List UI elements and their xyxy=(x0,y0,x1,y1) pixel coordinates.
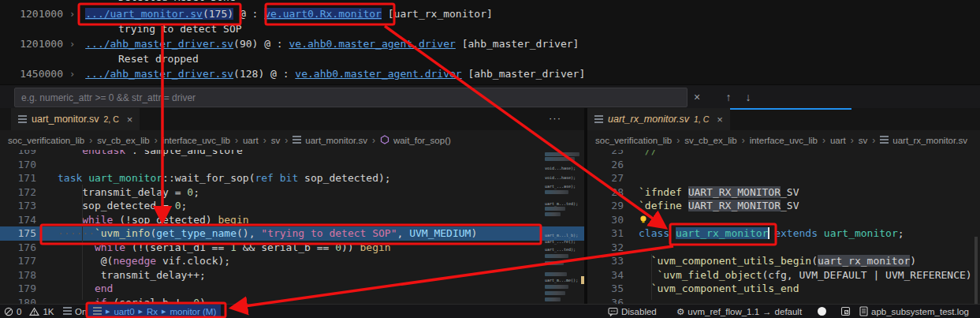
filter-input[interactable] xyxy=(14,88,687,107)
code-line[interactable]: 178transmit_delay++; xyxy=(0,268,584,282)
tab-uart-rx-monitor[interactable]: uart_rx_monitor.sv 1, C × xyxy=(587,108,730,130)
symbol-method-icon xyxy=(380,135,389,144)
source-file-link[interactable]: .../ahb_master_driver.sv xyxy=(85,38,233,50)
filter-status[interactable]: On xyxy=(63,305,87,318)
code-token: ::wait_for_sop( xyxy=(162,172,255,184)
minimap[interactable]: void...hase);void...hase);uart_...ase);u… xyxy=(544,150,581,304)
code-line[interactable]: 25// xyxy=(587,150,980,158)
code-line[interactable]: 34`uvm_field_object(cfg, UVM_DEFAULT | U… xyxy=(587,268,980,282)
breadcrumb: soc_verification_lib›sv_cb_ex_lib›interf… xyxy=(587,130,980,150)
code-line[interactable]: 30 xyxy=(587,213,980,227)
chevron-right-icon[interactable]: › xyxy=(69,69,75,80)
logfile-status[interactable]: apb_subsystem_test.log xyxy=(859,305,969,318)
code-line[interactable]: 179end xyxy=(0,282,584,296)
code-line[interactable]: 36 xyxy=(587,296,980,305)
code-line[interactable]: 27 xyxy=(587,171,980,185)
breadcrumb-item[interactable]: interface_uvc_lib xyxy=(162,136,230,145)
line-number: 29 xyxy=(587,199,624,213)
breadcrumb-item[interactable]: sv xyxy=(859,136,868,145)
record-status[interactable] xyxy=(818,305,826,318)
log-component-type: [ahb_master_driver] xyxy=(462,68,586,80)
breadcrumb-item[interactable]: interface_uvc_lib xyxy=(750,136,818,145)
breadcrumb-file[interactable]: uart_rx_monitor.sv xyxy=(880,136,967,145)
code-text xyxy=(624,158,639,172)
tab-uart-monitor[interactable]: uart_monitor.sv 2, C × xyxy=(11,108,140,130)
more-actions-icon[interactable]: ··· xyxy=(549,112,561,124)
comments-status[interactable]: Disabled xyxy=(608,305,657,318)
hierarchy-path-link[interactable]: ve.ahb0.master_agent.driver xyxy=(295,68,461,80)
breadcrumb-item[interactable]: soc_verification_lib xyxy=(595,136,672,145)
code-line[interactable]: 175······`uvm_info(get_type_name(), "try… xyxy=(0,226,584,241)
log-panel: Detected Reset Done 1201000›.../uart_mon… xyxy=(0,0,980,84)
code-line[interactable]: 33`uvm_component_utils_begin(uart_rx_mon… xyxy=(587,254,980,268)
source-file-link[interactable]: .../uart_monitor.sv xyxy=(85,8,203,20)
code-token: uart_rx_monitor xyxy=(818,255,910,267)
breadcrumb-separator: › xyxy=(851,135,854,146)
line-number: 27 xyxy=(587,171,624,185)
minimap-line: uart_m...l_b); xyxy=(545,233,578,238)
file-badge-status[interactable] xyxy=(840,305,851,318)
chevron-right-icon[interactable]: › xyxy=(69,39,75,50)
breadcrumb-separator: › xyxy=(822,135,825,146)
code-line[interactable]: 170 xyxy=(0,158,584,172)
scope-status[interactable]: ▶uart0▶Rx▶monitor (M) xyxy=(88,305,221,318)
code-token: end xyxy=(95,282,113,294)
code-line[interactable]: 177@(negedge vif.clock); xyxy=(0,254,584,268)
code-line[interactable]: 171task uart_monitor::wait_for_sop(ref b… xyxy=(0,171,584,185)
code-line[interactable]: 26 xyxy=(587,158,980,172)
code-token: // xyxy=(645,150,658,156)
code-line[interactable]: 32 xyxy=(587,241,980,255)
close-icon[interactable]: × xyxy=(127,114,133,125)
breadcrumb-item[interactable]: sv_cb_ex_lib xyxy=(684,136,736,145)
minimap-line xyxy=(545,291,565,295)
hierarchy-path-link[interactable]: ve.uart0.Rx.monitor xyxy=(264,8,382,20)
warning-count: 1K xyxy=(43,307,54,316)
code-text: class uart_rx_monitor extends uart_monit… xyxy=(624,226,904,241)
log-row: 1450000›.../ahb_master_driver.sv(128) @ … xyxy=(0,66,980,81)
filter-icon xyxy=(63,307,72,316)
code-line[interactable]: 29`define UART_RX_MONITOR_SV xyxy=(587,199,980,213)
close-icon[interactable]: × xyxy=(717,114,723,125)
code-line[interactable]: 28`ifndef UART_RX_MONITOR_SV xyxy=(587,185,980,200)
breadcrumb-item[interactable]: sv xyxy=(271,136,281,145)
breadcrumb-symbol[interactable]: wait_for_sop() xyxy=(380,135,451,145)
lightbulb-icon[interactable] xyxy=(639,215,648,225)
code-line[interactable]: 180if (serial_b != 0) xyxy=(0,296,584,305)
problems-status[interactable]: 0 1K xyxy=(4,305,54,318)
line-number: 178 xyxy=(0,268,36,282)
code-line[interactable]: 176while (!(serial_d1 == 1 && serial_b =… xyxy=(0,241,584,255)
breadcrumb-item[interactable]: uart xyxy=(830,136,846,145)
arrow-down-icon[interactable]: ↓ xyxy=(741,90,755,104)
minimap-line xyxy=(545,212,561,216)
clear-filter-icon[interactable]: × xyxy=(690,90,704,104)
log-timestamp: 1450000 xyxy=(0,68,63,80)
code-text: `ifndef UART_RX_MONITOR_SV xyxy=(624,185,799,200)
code-token: extends xyxy=(774,227,818,239)
comment-state-label: Disabled xyxy=(621,307,657,316)
code-line[interactable]: 35`uvm_component_utils_end xyxy=(587,282,980,296)
code-line[interactable]: 169endtask : sample_and_store xyxy=(0,150,584,158)
log-timestamp: 1201000 xyxy=(0,8,63,20)
breadcrumb-item[interactable]: uart xyxy=(243,136,259,145)
arrow-up-icon[interactable]: ↑ xyxy=(721,90,736,104)
log-file-ref: .../uart_monitor.sv(175) xyxy=(85,8,233,20)
source-file-link[interactable]: .../ahb_master_driver.sv xyxy=(85,68,233,80)
file-icon xyxy=(880,136,889,144)
code-token: sop_detected = xyxy=(82,200,174,211)
chevron-right-icon[interactable]: › xyxy=(69,9,75,20)
selected-word: uart_rx_monitor xyxy=(676,227,768,239)
config-status[interactable]: ⚙ uvm_ref_flow_1.1 → default xyxy=(676,305,802,318)
scope-item: monitor (M) xyxy=(170,307,216,316)
code-token: `uvm_field_object xyxy=(657,269,762,281)
filter-bar: × ↑ ↓ xyxy=(0,84,980,108)
breadcrumb-file[interactable]: uart_monitor.sv xyxy=(293,136,367,145)
hierarchy-path-link[interactable]: ve.ahb0.master_agent.driver xyxy=(289,38,456,50)
breadcrumb-item[interactable]: soc_verification_lib xyxy=(8,136,84,145)
code-line[interactable]: 173sop_detected = 0; xyxy=(0,199,584,213)
breadcrumb-item[interactable]: sv_cb_ex_lib xyxy=(97,136,149,145)
scrollbar[interactable] xyxy=(974,237,978,304)
code-line[interactable]: 31class uart_rx_monitor extends uart_mon… xyxy=(587,226,980,241)
code-token: ; xyxy=(193,186,199,198)
code-line[interactable]: 172transmit_delay = 0; xyxy=(0,185,584,200)
code-line[interactable]: 174while (!sop_detected) begin xyxy=(0,213,584,227)
